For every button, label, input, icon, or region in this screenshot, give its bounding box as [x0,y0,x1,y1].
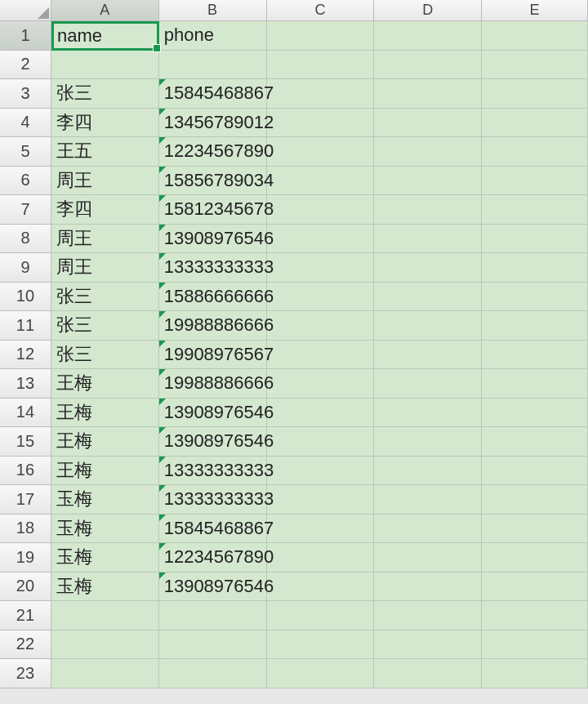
cell-C21[interactable] [267,601,375,630]
cell-E21[interactable] [482,601,588,630]
cell-C12[interactable] [267,341,375,370]
cell-C6[interactable] [267,167,375,196]
cell-D6[interactable] [374,167,482,196]
cell-D22[interactable] [374,630,482,660]
cell-E19[interactable] [482,543,588,573]
column-header-A[interactable]: A [51,0,159,21]
cell-D11[interactable] [374,311,482,341]
cell-C14[interactable] [267,399,375,428]
cell-A17[interactable]: 玉梅 [51,485,159,515]
row-header[interactable]: 10 [0,283,51,312]
row-header[interactable]: 14 [0,399,51,428]
cell-E18[interactable] [482,515,588,544]
row-header[interactable]: 18 [0,515,51,544]
cell-D1[interactable] [374,21,482,51]
cell-A21[interactable] [51,601,159,630]
cell-D9[interactable] [374,253,482,283]
cell-B13[interactable]: 19988886666 [159,369,267,399]
cell-B2[interactable] [159,51,267,80]
cell-A8[interactable]: 周王 [51,225,159,254]
cell-B19[interactable]: 12234567890 [159,543,267,573]
column-header-E[interactable]: E [482,0,588,21]
cell-E3[interactable] [482,79,588,109]
row-header[interactable]: 17 [0,485,51,515]
cell-B1[interactable]: phone [159,21,267,51]
cell-C23[interactable] [267,659,375,688]
cell-A9[interactable]: 周王 [51,253,159,283]
cell-E6[interactable] [482,167,588,196]
row-header[interactable]: 21 [0,601,51,630]
cell-A2[interactable] [51,51,159,80]
cell-C4[interactable] [267,109,375,138]
cell-A14[interactable]: 王梅 [51,399,159,428]
cell-B15[interactable]: 13908976546 [159,427,267,457]
row-header[interactable]: 2 [0,51,51,80]
cell-E12[interactable] [482,341,588,370]
cell-E13[interactable] [482,369,588,399]
cell-A19[interactable]: 玉梅 [51,543,159,573]
cell-C20[interactable] [267,573,375,602]
column-header-D[interactable]: D [374,0,482,21]
row-header[interactable]: 20 [0,573,51,602]
cell-B17[interactable]: 13333333333 [159,485,267,515]
cell-E16[interactable] [482,457,588,486]
cell-D3[interactable] [374,79,482,109]
cell-A13[interactable]: 王梅 [51,369,159,399]
cell-A7[interactable]: 李四 [51,195,159,225]
cell-C3[interactable] [267,79,375,109]
cell-D14[interactable] [374,399,482,428]
cell-B23[interactable] [159,659,267,688]
cell-B20[interactable]: 13908976546 [159,573,267,602]
row-header[interactable]: 4 [0,109,51,138]
row-header[interactable]: 6 [0,167,51,196]
cell-A5[interactable]: 王五 [51,137,159,167]
cell-C2[interactable] [267,51,375,80]
cell-C18[interactable] [267,515,375,544]
cell-E5[interactable] [482,137,588,167]
cell-C10[interactable] [267,283,375,312]
cell-D17[interactable] [374,485,482,515]
cell-A18[interactable]: 玉梅 [51,515,159,544]
cell-D15[interactable] [374,427,482,457]
row-header[interactable]: 19 [0,543,51,573]
cell-E20[interactable] [482,573,588,602]
cell-E14[interactable] [482,399,588,428]
cell-B11[interactable]: 19988886666 [159,311,267,341]
cell-B10[interactable]: 15886666666 [159,283,267,312]
cell-D2[interactable] [374,51,482,80]
cell-D12[interactable] [374,341,482,370]
row-header[interactable]: 12 [0,341,51,370]
cell-B18[interactable]: 15845468867 [159,515,267,544]
cell-C11[interactable] [267,311,375,341]
row-header[interactable]: 1 [0,21,51,51]
cell-D7[interactable] [374,195,482,225]
cell-C8[interactable] [267,225,375,254]
cell-E2[interactable] [482,51,588,80]
cell-B3[interactable]: 15845468867 [159,79,267,109]
cell-D5[interactable] [374,137,482,167]
cell-D21[interactable] [374,601,482,630]
row-header[interactable]: 7 [0,195,51,225]
row-header[interactable]: 9 [0,253,51,283]
row-header[interactable]: 8 [0,225,51,254]
cell-E9[interactable] [482,253,588,283]
cell-B21[interactable] [159,601,267,630]
cell-A10[interactable]: 张三 [51,283,159,312]
row-header[interactable]: 16 [0,457,51,486]
row-header[interactable]: 11 [0,311,51,341]
cell-B22[interactable] [159,630,267,660]
cell-D19[interactable] [374,543,482,573]
cell-C9[interactable] [267,253,375,283]
column-header-C[interactable]: C [267,0,375,21]
cell-B12[interactable]: 19908976567 [159,341,267,370]
row-header[interactable]: 15 [0,427,51,457]
cell-E10[interactable] [482,283,588,312]
cell-E4[interactable] [482,109,588,138]
cell-D10[interactable] [374,283,482,312]
cell-B4[interactable]: 13456789012 [159,109,267,138]
select-all-corner[interactable] [0,0,51,21]
cell-D13[interactable] [374,369,482,399]
cell-A3[interactable]: 张三 [51,79,159,109]
cell-E23[interactable] [482,659,588,688]
row-header[interactable]: 3 [0,79,51,109]
